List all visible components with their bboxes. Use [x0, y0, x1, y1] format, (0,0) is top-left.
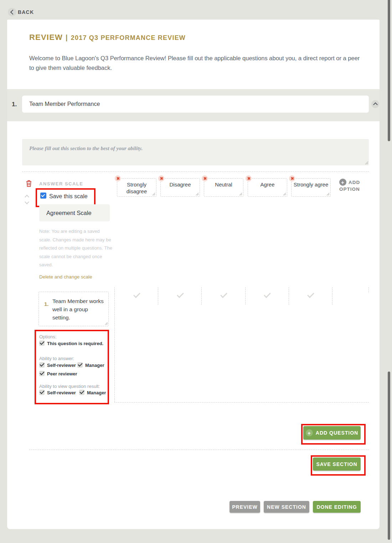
scale-option-box[interactable]: Strongly disagree: [117, 178, 156, 197]
divider-dashed: [29, 450, 369, 450]
view-manager-label[interactable]: Manager: [87, 390, 106, 395]
save-section-button[interactable]: SAVE SECTION: [313, 457, 361, 471]
delete-scale-link[interactable]: Delete and change scale: [39, 274, 92, 280]
view-self-reviewer-checkbox[interactable]: [39, 390, 45, 395]
add-option-button[interactable]: + ADD OPTION: [339, 179, 363, 192]
question-number: 1.: [44, 301, 49, 307]
remove-option-icon[interactable]: [158, 175, 164, 181]
grid-column-separator: [332, 287, 332, 304]
resize-handle-icon[interactable]: [365, 161, 368, 165]
scale-option-box[interactable]: Neutral: [204, 178, 243, 197]
section-number: 1.: [12, 101, 17, 108]
scale-option-box[interactable]: Strongly agree: [291, 178, 331, 197]
grid-column-separator: [289, 287, 289, 304]
remove-option-icon[interactable]: [202, 175, 208, 181]
grid-bottom-border: [114, 402, 369, 403]
new-section-button[interactable]: NEW SECTION: [264, 501, 309, 513]
resize-handle-icon[interactable]: [239, 193, 242, 196]
scale-option-label: Neutral: [215, 181, 232, 188]
title-text: 2017 Q3 PERFORMANCE REVIEW: [71, 34, 186, 41]
add-question-button[interactable]: + ADD QUESTION: [303, 426, 361, 440]
grid-column-separator: [368, 287, 369, 292]
answer-manager-checkbox[interactable]: [77, 362, 83, 368]
preview-label: PREVIEW: [232, 504, 258, 510]
saved-scale-note: Note: You are editing a saved scale. Cha…: [39, 227, 112, 269]
view-manager-checkbox[interactable]: [79, 390, 84, 395]
back-label[interactable]: BACK: [18, 9, 34, 15]
answer-scale-label: ANSWER SCALE: [39, 181, 83, 186]
answer-self-reviewer-label[interactable]: Self-reviewer: [47, 363, 76, 368]
answer-manager-label[interactable]: Manager: [85, 363, 104, 368]
remove-option-icon[interactable]: [115, 175, 121, 181]
resize-handle-icon[interactable]: [283, 193, 286, 196]
scrollbar-thumb-bottom[interactable]: [388, 372, 390, 540]
save-section-label: SAVE SECTION: [316, 461, 357, 467]
section-description-textarea[interactable]: Please fill out this section to the best…: [22, 139, 369, 165]
grid-column-separator: [158, 287, 158, 304]
resize-handle-icon[interactable]: [105, 322, 108, 325]
welcome-text: Welcome to Blue Lagoon's Q3 Performance …: [29, 53, 366, 73]
divider-dashed: [22, 171, 369, 172]
preview-button[interactable]: PREVIEW: [229, 501, 260, 513]
add-question-label: ADD QUESTION: [316, 430, 358, 436]
chevron-left-icon: [10, 10, 15, 15]
chevron-up-icon: [373, 102, 378, 107]
section-title-input[interactable]: [22, 96, 369, 113]
options-label: Options:: [39, 334, 56, 339]
done-editing-button[interactable]: DONE EDITING: [313, 501, 361, 513]
page: BACK REVIEW|2017 Q3 PERFORMANCE REVIEW W…: [0, 0, 392, 543]
remove-option-icon[interactable]: [246, 175, 252, 181]
scale-option-label: Strongly agree: [294, 181, 329, 188]
trash-icon[interactable]: [26, 180, 32, 187]
ability-view-label: Ability to view question result:: [39, 384, 100, 389]
back-button[interactable]: [8, 8, 16, 16]
scale-option-label: Disagree: [169, 181, 191, 188]
resize-handle-icon[interactable]: [326, 193, 330, 196]
title-kicker: REVIEW: [29, 33, 63, 42]
scale-option-label: Agree: [260, 181, 274, 188]
ability-answer-label: Ability to answer:: [39, 356, 74, 361]
answer-peer-reviewer-label[interactable]: Peer reviewer: [47, 371, 77, 376]
scale-option-label: Strongly disagree: [127, 181, 147, 194]
save-scale-label[interactable]: Save this scale: [49, 193, 88, 200]
grid-column-separator: [245, 287, 246, 304]
grid-column-separator: [201, 287, 202, 304]
scale-option-box[interactable]: Agree: [248, 178, 287, 197]
title-divider: |: [66, 34, 68, 41]
plus-icon: +: [339, 179, 346, 186]
view-self-reviewer-label[interactable]: Self-reviewer: [47, 390, 76, 395]
remove-option-icon[interactable]: [289, 175, 295, 181]
scrollbar-thumb-top[interactable]: [388, 0, 390, 141]
save-scale-checkbox[interactable]: [40, 193, 46, 199]
resize-handle-icon[interactable]: [196, 193, 199, 196]
required-label[interactable]: This question is required.: [47, 341, 103, 346]
question-text-textarea[interactable]: Team Member works well in a group settin…: [38, 292, 109, 326]
add-option-label-line1: ADD: [349, 180, 360, 185]
page-title: REVIEW|2017 Q3 PERFORMANCE REVIEW: [29, 33, 186, 42]
collapse-section-button[interactable]: [371, 100, 379, 108]
required-checkbox[interactable]: [39, 340, 45, 346]
add-option-label-line2: OPTION: [339, 186, 363, 192]
scale-name-input[interactable]: [39, 204, 110, 221]
new-section-label: NEW SECTION: [267, 504, 306, 510]
resize-handle-icon[interactable]: [152, 193, 155, 196]
answer-peer-reviewer-checkbox[interactable]: [39, 371, 45, 376]
done-editing-label: DONE EDITING: [316, 504, 357, 510]
grid-left-border: [114, 287, 115, 402]
answer-self-reviewer-checkbox[interactable]: [39, 362, 45, 368]
scale-option-box[interactable]: Disagree: [160, 178, 200, 197]
plus-icon: +: [306, 429, 313, 436]
